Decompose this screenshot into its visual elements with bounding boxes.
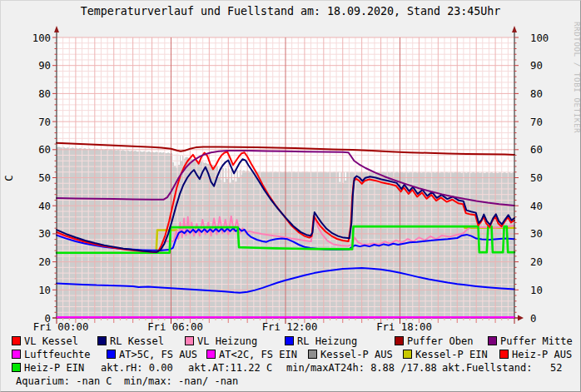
legend-swatch — [285, 336, 294, 345]
legend-item-at-2c-fs-ein: AT<2C, FS EIN — [206, 350, 297, 360]
legend-item-vl-heizung: VL Heizung — [185, 336, 257, 347]
y-tick-label-right: 30 — [530, 228, 543, 240]
y-tick-label-left: 50 — [38, 172, 51, 184]
rrd-graph-window: Temperaturverlauf und Fuellstand am: 18.… — [0, 0, 581, 392]
legend-item-rl-heizung: RL Heizung — [285, 336, 357, 347]
legend-item-heiz-p-aus: Heiz-P AUS — [499, 350, 572, 360]
y-tick-label-left: 30 — [38, 228, 51, 240]
legend-row: LuftfeuchteAT>5C, FS AUSAT<2C, FS EINKes… — [1, 350, 580, 361]
legend-swatch — [488, 336, 497, 345]
legend-item-rl-kessel: RL Kessel — [97, 336, 164, 347]
legend-item-luftfeuchte: Luftfeuchte — [12, 350, 90, 360]
legend-label: VL Heizung — [197, 335, 257, 347]
y-tick-label-right: 90 — [530, 60, 543, 72]
legend-label: AT<2C, FS EIN — [219, 349, 297, 360]
y-tick-label-right: 70 — [530, 117, 543, 128]
legend-row: Aquarium: -nan C min/max: -nan/ -nan — [1, 376, 580, 388]
y-tick-label-right: 40 — [530, 201, 543, 212]
legend-swatch — [206, 350, 216, 359]
y-tick-label-right: 100 — [530, 32, 549, 44]
y-tick-label-left: 40 — [38, 201, 51, 212]
x-tick-label: Fri 00:00 — [33, 321, 89, 333]
legend-label: Kessel-P AUS — [320, 349, 393, 360]
legend-label: Kessel-P EIN — [415, 349, 488, 360]
legend-label: Heiz-P EIN — [24, 362, 84, 374]
legend-swatch — [395, 336, 404, 345]
legend-label: min/maxAT24h: 8.88 /17.88 — [286, 362, 437, 374]
legend-label: VL Kessel — [24, 335, 78, 347]
notch — [181, 156, 182, 161]
legend-item-min-maxat24h-8-88-17-88: min/maxAT24h: 8.88 /17.88 — [286, 363, 437, 374]
y-tick-label-right: 60 — [530, 144, 543, 156]
legend-label: AT>5C, FS AUS — [119, 349, 197, 360]
notch — [178, 155, 180, 165]
x-axis-labels: Fri 00:00Fri 06:00Fri 12:00Fri 18:00 — [33, 321, 432, 333]
notch — [345, 171, 346, 181]
legend-item-akt-rh-0-00: akt.rH: 0.00 — [101, 363, 173, 374]
legend-label: Luftfeuchte — [24, 349, 90, 360]
y-tick-label-left: 70 — [38, 117, 51, 128]
legend-swatch — [308, 350, 317, 359]
y-tick-label-left: 60 — [38, 144, 51, 156]
legend-item-kessel-p-aus: Kessel-P AUS — [308, 350, 393, 360]
legend-swatch — [12, 350, 21, 359]
y-tick-label-right: 80 — [530, 88, 543, 100]
legend-swatch — [12, 363, 21, 372]
legend-swatch — [12, 336, 21, 345]
x-tick-label: Fri 18:00 — [376, 321, 432, 333]
legend-row: VL KesselRL KesselVL HeizungRL HeizungPu… — [1, 336, 580, 348]
rrdtool-watermark: RRDTOOL / TOBI OETIKER — [573, 22, 581, 133]
legend-item-aquarium-nan-c-min-max-nan-nan: Aquarium: -nan C min/max: -nan/ -nan — [16, 376, 238, 387]
legend-swatch — [107, 350, 116, 359]
legend-label: akt.Fuellstand: 52 — [442, 362, 563, 374]
legend-label: RL Kessel — [110, 335, 164, 347]
legend-swatch — [185, 336, 194, 345]
legend-row: Heiz-P EINakt.rH: 0.00akt.AT:11.22 Cmin/… — [1, 363, 580, 375]
legend-label: akt.AT:11.22 C — [188, 362, 272, 374]
x-tick-label: Fri 06:00 — [147, 321, 203, 333]
legend-swatch — [97, 336, 107, 345]
legend-label: Puffer Mitte — [500, 335, 573, 347]
legend-label: Puffer Oben — [407, 335, 473, 347]
y-axis-unit-label: C — [3, 175, 15, 181]
legend-item-akt-fuellstand-52: akt.Fuellstand: 52 — [442, 363, 563, 374]
y-tick-label-right: 50 — [530, 172, 543, 184]
y-tick-label-left: 20 — [38, 256, 51, 268]
legend-swatch — [499, 350, 509, 359]
legend-label: Heiz-P AUS — [512, 349, 572, 360]
legend-label: akt.rH: 0.00 — [101, 362, 173, 374]
y-tick-label-right: 10 — [530, 285, 543, 296]
x-tick-label: Fri 12:00 — [262, 321, 318, 333]
y-tick-label-right: 0 — [530, 313, 536, 325]
legend-item-heiz-p-ein: Heiz-P EIN — [12, 363, 84, 374]
notch — [230, 168, 231, 182]
y-tick-label-left: 80 — [38, 88, 51, 100]
legend-label: RL Heizung — [297, 335, 357, 347]
y-tick-label-left: 10 — [38, 285, 51, 296]
y-tick-label-left: 100 — [32, 32, 51, 44]
notch — [224, 167, 226, 182]
notch — [238, 170, 240, 177]
y-tick-label-left: 90 — [38, 60, 51, 72]
temperature-chart: 0010102020303040405050606070708080909010… — [1, 1, 581, 334]
notch — [226, 168, 228, 179]
legend-item-at-5c-fs-aus: AT>5C, FS AUS — [107, 350, 197, 360]
legend-item-puffer-mitte: Puffer Mitte — [488, 336, 573, 347]
legend-item-vl-kessel: VL Kessel — [12, 336, 78, 347]
legend-label: Aquarium: -nan C min/max: -nan/ -nan — [16, 375, 238, 387]
legend-item-kessel-p-ein: Kessel-P EIN — [403, 350, 488, 360]
legend-item-puffer-oben: Puffer Oben — [395, 336, 473, 347]
legend-swatch — [403, 350, 412, 359]
notch — [339, 171, 340, 182]
y-tick-label-right: 20 — [530, 256, 543, 268]
legend-item-akt-at-11-22-c: akt.AT:11.22 C — [188, 363, 272, 374]
